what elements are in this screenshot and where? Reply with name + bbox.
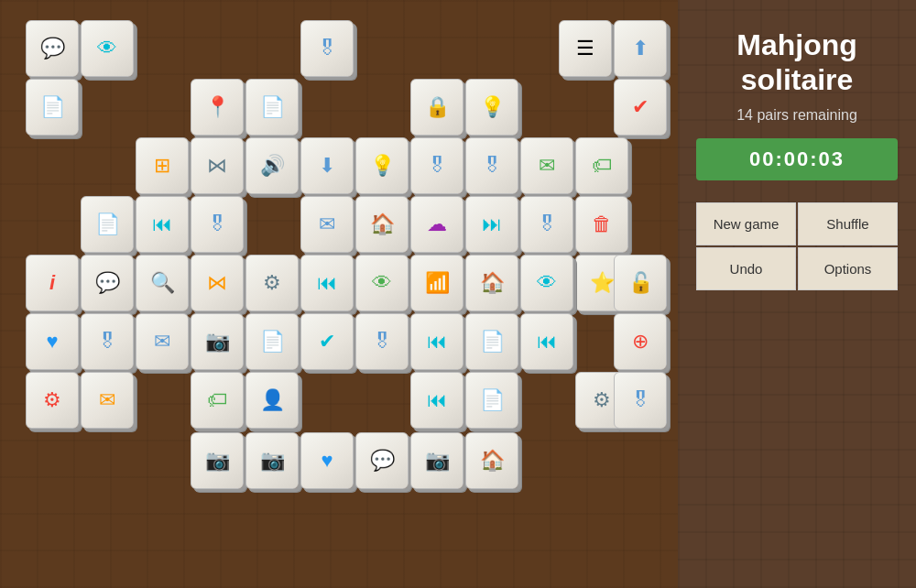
tile[interactable]: 💬 bbox=[355, 432, 409, 489]
tile[interactable]: 🎖 bbox=[614, 372, 667, 429]
tile[interactable]: ⬇ bbox=[300, 137, 354, 194]
tile[interactable]: 🗑 bbox=[575, 196, 628, 253]
tile[interactable]: 🎖 bbox=[465, 137, 518, 194]
undo-button[interactable]: Undo bbox=[696, 247, 796, 290]
tile[interactable]: 🏠 bbox=[465, 432, 518, 489]
tile[interactable]: 💬 bbox=[81, 255, 134, 311]
tile[interactable]: 👁 bbox=[81, 20, 134, 77]
tile[interactable]: ✉ bbox=[81, 372, 134, 429]
tile[interactable]: 🎖 bbox=[81, 313, 134, 370]
tile[interactable]: 🏠 bbox=[465, 255, 518, 311]
tile[interactable]: 📷 bbox=[410, 432, 463, 489]
tile[interactable]: 👁 bbox=[355, 255, 409, 311]
tile[interactable]: 🎖 bbox=[410, 137, 463, 194]
tile[interactable]: ✉ bbox=[136, 313, 189, 370]
timer-display: 00:00:03 bbox=[696, 138, 898, 180]
buttons-grid: New game Shuffle Undo Options bbox=[696, 202, 898, 290]
tile[interactable]: 💡 bbox=[355, 137, 409, 194]
tile[interactable]: 🎖 bbox=[300, 20, 354, 77]
tile[interactable]: 🏷 bbox=[575, 137, 628, 194]
tile[interactable]: 🏠 bbox=[355, 196, 409, 253]
tile[interactable]: 👁 bbox=[520, 255, 573, 311]
sidebar: Mahjongsolitaire 14 pairs remaining 00:0… bbox=[678, 0, 916, 588]
tile[interactable]: 🔒 bbox=[410, 79, 463, 136]
tile[interactable]: ⏮ bbox=[136, 196, 189, 253]
tile[interactable]: ⬆ bbox=[614, 20, 667, 77]
tile[interactable]: 📶 bbox=[410, 255, 463, 311]
tile[interactable]: ⋈ bbox=[191, 255, 244, 311]
tile[interactable]: 📄 bbox=[81, 196, 134, 253]
tile[interactable]: ⏮ bbox=[410, 313, 463, 370]
tile[interactable]: 💬 bbox=[26, 20, 79, 77]
tile[interactable]: ⏮ bbox=[410, 372, 463, 429]
tile[interactable]: 🎖 bbox=[520, 196, 573, 253]
tile[interactable]: 💡 bbox=[465, 79, 518, 136]
tile[interactable]: ♥ bbox=[300, 432, 354, 489]
shuffle-button[interactable]: Shuffle bbox=[798, 202, 898, 245]
tile[interactable]: 🏷 bbox=[191, 372, 244, 429]
tile[interactable]: ☁ bbox=[410, 196, 463, 253]
pairs-remaining-label: 14 pairs remaining bbox=[736, 107, 857, 124]
tile[interactable]: ⊕ bbox=[614, 313, 667, 370]
options-button[interactable]: Options bbox=[798, 247, 898, 290]
tile[interactable]: ✉ bbox=[520, 137, 573, 194]
tile[interactable]: ✉ bbox=[300, 196, 354, 253]
tile[interactable]: 📷 bbox=[245, 432, 299, 489]
tile[interactable]: 📄 bbox=[465, 313, 518, 370]
tile[interactable]: 📍 bbox=[191, 79, 244, 136]
tile[interactable]: ♥ bbox=[26, 313, 79, 370]
tile[interactable]: 📄 bbox=[245, 313, 299, 370]
tile[interactable]: ⋈ bbox=[191, 137, 244, 194]
tile[interactable]: 👤 bbox=[245, 372, 299, 429]
tiles-container: 💬 👁 🎖 ☰ ⬆ 📄 📍 📄 🔒 💡 bbox=[9, 9, 669, 577]
game-title: Mahjongsolitaire bbox=[736, 27, 857, 98]
tile[interactable]: ⚙ bbox=[245, 255, 299, 311]
tile[interactable]: i bbox=[26, 255, 79, 311]
tile[interactable]: 📄 bbox=[26, 79, 79, 136]
tile[interactable]: ⏭ bbox=[465, 196, 518, 253]
tile[interactable]: 🔊 bbox=[245, 137, 299, 194]
tile[interactable]: 🎖 bbox=[191, 196, 244, 253]
tile[interactable]: 🔓 bbox=[614, 255, 667, 311]
tile[interactable]: 🎖 bbox=[355, 313, 409, 370]
tile[interactable]: 📄 bbox=[465, 372, 518, 429]
tile[interactable]: ☰ bbox=[559, 20, 612, 77]
new-game-button[interactable]: New game bbox=[696, 202, 796, 245]
tile[interactable]: 🔍 bbox=[136, 255, 189, 311]
tile[interactable]: 📷 bbox=[191, 432, 244, 489]
tile[interactable]: ⏮ bbox=[520, 313, 573, 370]
board-area: 💬 👁 🎖 ☰ ⬆ 📄 📍 📄 🔒 💡 bbox=[0, 0, 678, 588]
tile[interactable]: 📄 bbox=[245, 79, 299, 136]
tile[interactable]: ⏮ bbox=[300, 255, 354, 311]
tile[interactable]: ⚙ bbox=[26, 372, 79, 429]
tile[interactable]: ✔ bbox=[614, 79, 667, 136]
tile[interactable]: ✔ bbox=[300, 313, 354, 370]
tile[interactable]: 📷 bbox=[191, 313, 244, 370]
tile[interactable]: ⊞ bbox=[136, 137, 189, 194]
